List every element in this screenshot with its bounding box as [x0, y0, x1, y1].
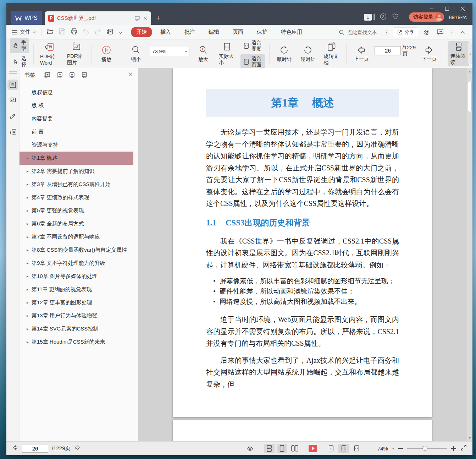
search-more-icon[interactable]: ⋮ [384, 29, 389, 35]
statusbar-fit-width-button[interactable] [351, 444, 362, 453]
next-page-button[interactable]: 下一页 [419, 44, 439, 63]
scrollbar-thumb[interactable] [468, 81, 472, 112]
caret-right-icon[interactable]: ▸ [27, 287, 32, 292]
statusbar-fit-page-button[interactable] [338, 444, 349, 453]
share-button[interactable]: 分享 [393, 27, 418, 37]
find-text-field[interactable]: ⋮ [339, 29, 389, 35]
document-tab[interactable]: P CSS新世界_.pdf [45, 11, 151, 25]
previous-page-button[interactable]: 上一页 [351, 44, 371, 63]
caret-right-icon[interactable]: ▸ [27, 222, 32, 226]
caret-right-icon[interactable]: ▸ [27, 208, 32, 213]
statusbar-play-button[interactable] [309, 445, 317, 452]
bookmark-item[interactable]: ▸ 第1章 概述 [20, 152, 133, 165]
zoom-minus-button[interactable] [398, 448, 403, 449]
menu-tab[interactable]: 保护 [251, 27, 273, 37]
scroll-up-icon[interactable]: ▲ [467, 69, 472, 74]
caret-right-icon[interactable]: ▸ [27, 274, 32, 279]
caret-right-icon[interactable]: ▸ [27, 313, 32, 318]
fullscreen-button[interactable] [460, 444, 467, 452]
bookmark-item[interactable]: ▸ 第10章 图片等多媒体的处理 [20, 270, 133, 283]
zoom-in-button[interactable]: 放大 [193, 44, 214, 64]
signature-panel-button[interactable] [7, 111, 18, 121]
thumbnails-panel-button[interactable] [7, 95, 18, 106]
close-button[interactable] [455, 4, 470, 13]
quickbar-chevron-icon[interactable] [118, 29, 122, 35]
remove-bookmark-icon[interactable] [81, 72, 88, 78]
export-word-icon[interactable] [106, 28, 114, 37]
bookmark-item[interactable]: ▸ 第14章 SVG元素的CSS控制 [20, 322, 133, 335]
tab-close-icon[interactable] [143, 16, 148, 21]
continuous-view-button[interactable] [264, 444, 275, 453]
caret-right-icon[interactable]: ▸ [27, 248, 32, 252]
bookmark-item[interactable]: ▸ 第7章 不同设备的适配与响应 [20, 230, 133, 244]
bookmark-item[interactable]: ▸ 第2章 需要提前了解的知识 [20, 165, 133, 178]
menu-tab[interactable]: 插入 [155, 27, 176, 37]
bookmark-item[interactable]: ▸ 第15章 Houdini是CSS新的未来 [20, 335, 133, 349]
caret-right-icon[interactable]: ▸ [27, 156, 32, 160]
vertical-scrollbar[interactable]: ▲ ▼ [467, 68, 472, 441]
guest-login-button[interactable]: 访客登录 [409, 12, 444, 22]
caret-right-icon[interactable]: ▸ [27, 300, 32, 305]
zoom-slider-knob[interactable] [422, 446, 427, 451]
fit-width-button[interactable]: 适合宽度 [240, 38, 265, 53]
bookmark-item[interactable]: ▸ 第4章 更细致的样式表现 [20, 191, 133, 204]
rotate-counterclockwise-button[interactable]: 逆时针 [298, 44, 318, 64]
bookmark-item[interactable]: ▸ 资源与支持 [20, 138, 133, 152]
caret-right-icon[interactable]: ▸ [27, 340, 32, 344]
bookmark-item[interactable]: ▸ 内容提要 [20, 112, 133, 125]
hand-tool-button[interactable]: 手型 [10, 38, 29, 53]
minimize-button[interactable] [424, 4, 439, 13]
statusbar-next-page-button[interactable] [74, 444, 81, 453]
statusbar-zoom-value[interactable]: 74% [377, 446, 388, 452]
single-page-view-button[interactable] [277, 444, 287, 453]
zoom-plus-button[interactable] [451, 446, 456, 451]
open-file-button[interactable] [46, 28, 54, 36]
undo-button[interactable] [83, 29, 89, 36]
menubar-more-icon[interactable]: ⋮ [449, 29, 454, 35]
settings-gear-icon[interactable] [422, 27, 432, 37]
collapse-ribbon-icon[interactable] [458, 27, 467, 37]
file-menu[interactable]: 文件 [11, 29, 36, 35]
menu-tab[interactable]: 页面 [227, 27, 249, 37]
bookmark-item[interactable]: ▸ 版 权 [20, 99, 133, 112]
add-bookmark-icon[interactable] [69, 72, 75, 78]
two-page-view-button[interactable] [289, 444, 300, 453]
menu-tab[interactable]: 编辑 [203, 27, 225, 37]
pdf-to-image-button[interactable]: PDF转图片 [65, 41, 87, 67]
redo-button[interactable] [94, 29, 101, 36]
scroll-down-icon[interactable]: ▼ [467, 436, 472, 441]
bookmark-item[interactable]: ▸ 第12章 更丰富的图形处理 [20, 296, 133, 309]
rotate-document-button[interactable]: 旋转文档 [321, 41, 342, 67]
select-tool-button[interactable]: 选择 [10, 54, 29, 69]
caret-right-icon[interactable]: ▸ [27, 261, 32, 266]
search-input[interactable] [347, 29, 381, 35]
bookmark-item[interactable]: ▸ 第8章 CSS的变量函数var()与自定义属性 [20, 244, 133, 257]
statusbar-prev-page-button[interactable] [11, 444, 18, 453]
toolbar-page-input[interactable] [375, 46, 401, 55]
bookmarks-panel-button[interactable] [7, 80, 18, 90]
caret-right-icon[interactable]: ▸ [27, 235, 32, 239]
zoom-caret-icon[interactable]: ▾ [392, 447, 394, 450]
save-button[interactable] [59, 28, 66, 36]
monitor-icon[interactable] [134, 16, 140, 21]
docer-icon[interactable] [380, 13, 387, 22]
statusbar-page-input[interactable] [22, 444, 48, 453]
caret-right-icon[interactable]: ▸ [27, 182, 32, 187]
fit-page-button[interactable]: 适合页面 [240, 54, 265, 69]
bookmark-item[interactable]: ▸ 第6章 全新的布局方式 [20, 217, 133, 230]
caret-right-icon[interactable]: ▸ [27, 169, 32, 174]
new-tab-button[interactable]: + [151, 11, 165, 25]
menu-tab[interactable]: 批注 [179, 27, 200, 37]
zoom-level-combo[interactable]: 73.9% ▾ [150, 47, 189, 56]
caret-right-icon[interactable]: ▸ [27, 195, 32, 200]
actual-size-button[interactable]: 1:1 实际大小 [217, 41, 237, 67]
eye-protection-icon[interactable] [245, 444, 255, 453]
maximize-button[interactable] [439, 4, 455, 13]
comment-icon[interactable] [435, 27, 445, 37]
pdf-to-word-button[interactable]: PDF转Word [38, 41, 62, 66]
rotate-clockwise-button[interactable]: 顺时针 [274, 44, 294, 64]
statusbar-actual-size-button[interactable]: 1:1 [326, 444, 336, 453]
caret-right-icon[interactable]: ▸ [27, 327, 32, 331]
menu-tab[interactable]: 开始 [131, 27, 152, 37]
panel-drag-handle[interactable] [9, 71, 17, 74]
